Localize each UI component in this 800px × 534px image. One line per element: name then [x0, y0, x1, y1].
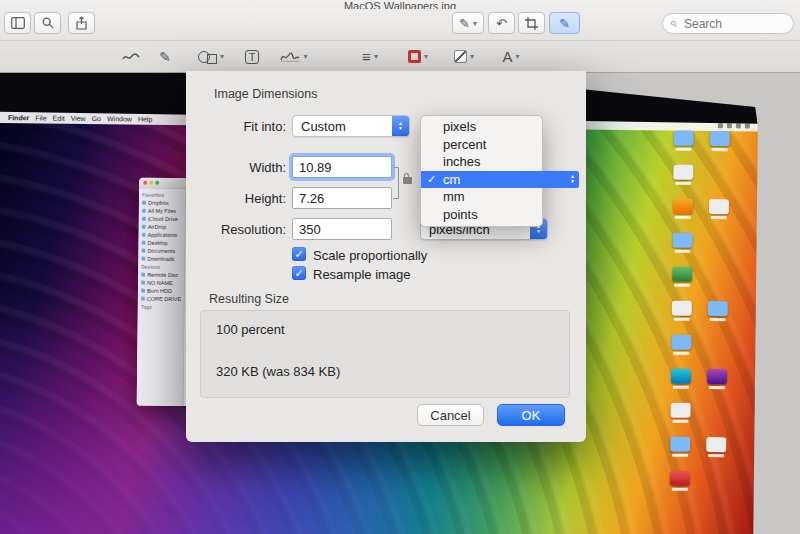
chevron-down-icon: ▾: [470, 52, 474, 61]
zoom-button[interactable]: [34, 12, 61, 34]
photo-menu-finder: Finder: [8, 114, 29, 121]
chevron-down-icon: ▾: [473, 19, 477, 28]
ok-button[interactable]: OK: [497, 404, 565, 426]
photo-menu-edit: Edit: [53, 114, 65, 121]
width-input[interactable]: [292, 156, 392, 178]
markup-toolbar: ✎ ▾ T ▾ ≡ ▾ ▾ ▾: [0, 40, 800, 72]
search-input[interactable]: [682, 16, 786, 32]
text-style-button[interactable]: A ▾: [494, 45, 528, 68]
shapes-square-icon: [207, 54, 217, 64]
sign-tool-button[interactable]: ▾: [274, 45, 314, 68]
pencil-icon: ✎: [159, 49, 171, 65]
desktop-icon[interactable]: [672, 301, 692, 316]
lock-icon: [403, 177, 412, 184]
share-icon: [75, 16, 88, 30]
draw-tool-button[interactable]: ✎: [152, 45, 178, 68]
photo-menu-go: Go: [92, 115, 101, 122]
desktop-icon[interactable]: [673, 199, 693, 214]
preview-window-chrome: MacOS Wallpapers.jpg ✎ ▾ ↶ ✎: [0, 0, 800, 73]
dialog-title: Image Dimensions: [214, 87, 318, 101]
search-field[interactable]: [662, 13, 794, 34]
markup-toolbar-toggle[interactable]: ✎: [549, 12, 580, 34]
sidebar-header: Tags: [141, 303, 184, 311]
pencil-icon: ✎: [459, 16, 470, 31]
desktop-icon[interactable]: [710, 131, 730, 146]
window-title: MacOS Wallpapers.jpg: [344, 0, 456, 9]
text-tool-button[interactable]: T: [238, 45, 266, 68]
cancel-button[interactable]: Cancel: [417, 404, 484, 426]
shape-style-button[interactable]: ≡ ▾: [352, 45, 388, 68]
desktop-icon[interactable]: [673, 165, 693, 180]
scale-proportionally-checkbox[interactable]: ✓: [292, 247, 306, 261]
shapes-tool-button[interactable]: ▾: [192, 45, 230, 68]
height-label: Height:: [200, 191, 286, 206]
chevron-down-icon: ▾: [516, 52, 520, 61]
sidebar-header: Devices: [141, 263, 184, 271]
zoom-icon: [155, 181, 159, 185]
sidebar-icon: [11, 17, 25, 29]
menu-item-inches[interactable]: inches: [421, 153, 542, 171]
desktop-icon[interactable]: [674, 131, 694, 146]
rotate-left-icon: ↶: [496, 16, 507, 31]
crop-button[interactable]: [518, 12, 545, 34]
desktop-icon[interactable]: [672, 233, 692, 248]
desktop-icon[interactable]: [671, 335, 691, 350]
image-dimensions-dialog: Image Dimensions Fit into: Custom ▲▼ Wid…: [186, 71, 586, 442]
sidebar-toggle-button[interactable]: [4, 12, 31, 34]
desktop-icon[interactable]: [706, 437, 726, 452]
menu-item-mm[interactable]: mm: [421, 188, 542, 206]
fill-color-button[interactable]: ▾: [446, 45, 482, 68]
scale-proportionally-label: Scale proportionally: [313, 248, 427, 263]
menu-item-points[interactable]: points: [421, 206, 542, 224]
menu-item-pixels[interactable]: pixels: [421, 118, 542, 136]
main-toolbar: ✎ ▾ ↶ ✎: [0, 9, 800, 39]
menu-item-percent[interactable]: percent: [421, 136, 542, 154]
width-label: Width:: [200, 160, 286, 175]
desktop-icon[interactable]: [708, 301, 728, 316]
height-input[interactable]: [292, 187, 392, 209]
chevron-down-icon: ▾: [424, 52, 428, 61]
checkmark-icon: ✓: [427, 171, 436, 189]
chevron-down-icon: ▾: [374, 52, 378, 61]
window-titlebar: MacOS Wallpapers.jpg: [0, 0, 800, 9]
checkmark-icon: ✓: [294, 267, 303, 279]
resolution-input[interactable]: [292, 218, 392, 240]
magnifier-icon: [41, 16, 55, 30]
chevron-down-icon: ▾: [220, 52, 224, 61]
fit-into-label: Fit into:: [200, 119, 286, 134]
share-button[interactable]: [68, 12, 95, 34]
desktop-icon[interactable]: [672, 267, 692, 282]
close-icon: [143, 181, 147, 185]
link-bracket: [398, 167, 399, 199]
sidebar-header: Favorites: [142, 191, 185, 199]
sketch-tool-button[interactable]: [116, 45, 146, 68]
photo-finder-sidebar: Favorites Dropbox All My Files iCloud Dr…: [137, 189, 186, 407]
crop-icon: [525, 17, 538, 30]
link-bracket-top: [393, 167, 399, 168]
highlight-pen-button[interactable]: ✎ ▾: [452, 12, 484, 34]
resample-image-checkbox[interactable]: ✓: [292, 266, 306, 280]
desktop-icon[interactable]: [671, 403, 691, 418]
menu-item-cm-selected[interactable]: ✓ cm ▲▼: [421, 171, 579, 189]
desktop-icon[interactable]: [707, 369, 727, 384]
dropdown-stepper-icon: ▲▼: [392, 116, 409, 136]
text-box-icon: T: [245, 50, 260, 64]
photo-desktop-icons: [667, 131, 736, 532]
link-bracket-bottom: [393, 198, 399, 199]
fit-into-dropdown[interactable]: Custom ▲▼: [292, 115, 410, 137]
photo-menu-view: View: [71, 114, 86, 121]
desktop-icon[interactable]: [670, 471, 690, 486]
photo-menu-file: File: [35, 114, 46, 121]
chevron-down-icon: ▾: [303, 52, 307, 61]
signature-icon: [280, 51, 300, 62]
fit-into-value: Custom: [301, 119, 346, 134]
result-percent: 100 percent: [216, 322, 285, 337]
desktop-icon[interactable]: [671, 369, 691, 384]
desktop-icon[interactable]: [670, 437, 690, 452]
search-icon: [670, 19, 678, 29]
resulting-size-box: 100 percent 320 KB (was 834 KB): [200, 310, 570, 398]
rotate-left-button[interactable]: ↶: [488, 12, 515, 34]
desktop-icon[interactable]: [709, 199, 729, 214]
fill-color-icon: [454, 50, 467, 63]
border-color-button[interactable]: ▾: [400, 45, 436, 68]
